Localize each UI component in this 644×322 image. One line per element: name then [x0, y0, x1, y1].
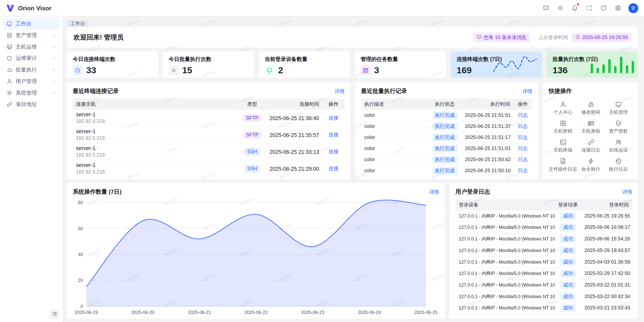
topbar-actions: 管	[541, 3, 638, 13]
login-result-tag: 成功	[560, 293, 576, 300]
quick-action-0[interactable]: 个人中心	[549, 99, 577, 118]
stat-card-label: 管理的任务数量	[360, 55, 440, 63]
quick-action-4[interactable]: 主机身份	[577, 118, 605, 136]
stat-card-value: 33	[86, 65, 96, 75]
connect-link[interactable]: 连接	[329, 149, 338, 154]
exec-desc: color	[361, 165, 428, 176]
log-link[interactable]: 日志	[518, 123, 528, 129]
braces-icon: {}	[169, 65, 178, 75]
chevron-down-icon	[52, 79, 56, 83]
login-result-tag: 成功	[560, 258, 576, 266]
chart-panel-title: 系统操作数量 (7日)	[73, 188, 122, 196]
notifications-button[interactable]	[569, 3, 580, 13]
message-button[interactable]	[541, 3, 551, 13]
col-exec-status: 执行状态	[428, 99, 462, 110]
sidebar-item-4[interactable]: 批量执行	[3, 64, 59, 76]
exec-desc: color	[361, 132, 428, 143]
login-time: 2025-06-06 16:08:17	[581, 222, 632, 233]
protocol-tag: SFTP	[243, 131, 261, 139]
user-login-table: 登录设备登录结果登录时间127.0.0.1 - 内网IP - Mozilla/5…	[456, 199, 632, 314]
refresh-button[interactable]	[598, 3, 609, 13]
system-operations-chart: 0204060802025-06-192025-06-202025-06-212…	[73, 199, 439, 317]
sidebar-item-7[interactable]: 项目地址	[3, 99, 59, 110]
quick-action-1[interactable]: 修改密码	[577, 99, 605, 118]
quick-actions-grid: 个人中心修改密码主机管理主机密钥主机身份资产授权主机终端连接日志在线会话文件操作…	[549, 99, 632, 174]
sidebar: 工作台资产管理主机运维运维审计批量执行用户管理系统管理项目地址	[0, 16, 62, 322]
quick-action-label: 资产授权	[609, 128, 628, 134]
quick-action-9[interactable]: 文件操作日志	[549, 155, 577, 174]
x-tick-label: 2025-06-23	[301, 310, 324, 315]
login-row: 127.0.0.1 - 内网IP - Mozilla/5.0 (Windows …	[456, 233, 632, 245]
brand: Orion Visor	[6, 4, 52, 13]
theme-button[interactable]	[555, 3, 566, 13]
sidebar-item-2[interactable]: 主机运维	[3, 41, 59, 53]
quick-action-2[interactable]: 主机管理	[605, 99, 632, 118]
refresh-icon	[600, 5, 606, 11]
sidebar-item-label: 系统管理	[16, 89, 49, 96]
stat-cards-row: 今日连接终端次数33今日批量执行次数{}15当前登录设备数量2管理的任务数量3连…	[67, 51, 638, 78]
log-link[interactable]: 日志	[518, 134, 528, 140]
spark-bar	[596, 68, 599, 73]
sun-icon	[557, 5, 563, 11]
connect-link[interactable]: 连接	[329, 132, 338, 137]
sidebar-item-label: 主机运维	[16, 43, 49, 50]
connect-link[interactable]: 连接	[329, 115, 338, 121]
terminal-panel-title: 最近终端连接记录	[73, 88, 119, 95]
sidebar-item-6[interactable]: 系统管理	[3, 87, 59, 99]
recent-batch-exec-panel: 最近批量执行记录 详情 执行描述执行状态执行时间操作color执行完成2025-…	[355, 82, 538, 179]
quick-action-label: 主机管理	[609, 109, 628, 115]
unread-messages-chip[interactable]: 您有 15 条未读消息	[473, 33, 530, 42]
spark-bar	[591, 64, 593, 73]
shield-check-icon	[615, 120, 622, 126]
log-link[interactable]: 日志	[518, 146, 528, 151]
user-avatar[interactable]: 管	[628, 3, 638, 13]
exec-time: 2025-06-25 21:51:51	[462, 110, 513, 121]
quick-action-7[interactable]: 连接日志	[577, 136, 605, 155]
area-fill	[86, 200, 426, 306]
sidebar-collapse-button[interactable]	[50, 310, 59, 319]
x-tick-label: 2025-06-22	[245, 310, 268, 315]
sidebar-item-0[interactable]: 工作台	[3, 18, 59, 30]
recent-terminal-connections-panel: 最近终端连接记录 详情 连接主机类型连接时间操作server-1182.92.5…	[67, 82, 350, 179]
terminal-detail-link[interactable]: 详情	[335, 88, 345, 95]
quick-action-5[interactable]: 资产授权	[605, 118, 632, 136]
quick-action-10[interactable]: 命令执行	[577, 155, 605, 174]
stat-card-value: 3	[374, 65, 379, 75]
sidebar-item-3[interactable]: 运维审计	[3, 53, 59, 64]
quick-action-label: 主机密钥	[553, 128, 572, 134]
asset-icon	[7, 32, 12, 38]
batch-panel-title: 最近批量执行记录	[361, 88, 407, 95]
sidebar-item-1[interactable]: 资产管理	[3, 30, 59, 41]
spark-bar	[620, 57, 622, 73]
monitor-icon	[265, 65, 274, 75]
spark-bar	[614, 66, 617, 73]
tasks-icon	[360, 65, 370, 75]
exec-status-tag: 执行完成	[432, 134, 458, 141]
quick-action-11[interactable]: 执行日志	[605, 155, 632, 174]
chart-detail-link[interactable]: 详情	[429, 189, 439, 196]
login-detail-link[interactable]: 详情	[622, 189, 632, 196]
quick-action-3[interactable]: 主机密钥	[549, 118, 577, 136]
protocol-tag: SSH	[244, 165, 260, 172]
exec-time: 2025-06-25 21:51:17	[462, 132, 513, 143]
quick-action-8[interactable]: 在线会话	[605, 136, 632, 155]
host-ip: 182.92.5.218	[76, 152, 235, 158]
batch-detail-link[interactable]: 详情	[522, 88, 532, 95]
settings-button[interactable]	[612, 3, 623, 13]
fullscreen-button[interactable]	[584, 3, 594, 13]
log-link[interactable]: 日志	[518, 157, 528, 162]
log-link[interactable]: 日志	[518, 112, 528, 118]
svg-text:{}: {}	[172, 68, 176, 72]
sidebar-item-label: 资产管理	[16, 32, 49, 39]
menu-fold-icon	[52, 311, 57, 318]
col-login-result: 登录结果	[555, 199, 581, 210]
batch-row: color执行完成2025-06-25 21:50:42日志	[361, 154, 532, 165]
connect-link[interactable]: 连接	[329, 165, 338, 171]
sidebar-item-5[interactable]: 用户管理	[3, 76, 59, 87]
log-link[interactable]: 日志	[518, 168, 528, 173]
quick-action-6[interactable]: 主机终端	[549, 136, 577, 155]
notification-dot	[577, 3, 579, 5]
breadcrumb-item-workbench[interactable]: 工作台	[67, 20, 88, 27]
exec-time: 2025-06-25 21:51:37	[462, 121, 513, 132]
quick-action-label: 连接日志	[581, 147, 600, 153]
